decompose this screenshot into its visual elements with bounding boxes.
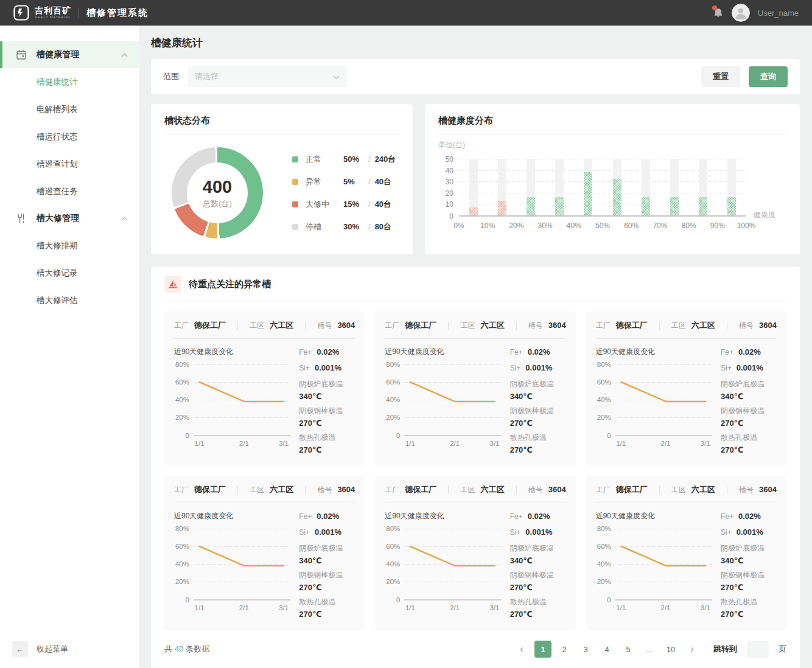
metric-label: 阴极钢棒极温	[299, 406, 355, 416]
metric-value: 270℃	[510, 445, 566, 454]
legend-name: 异常	[306, 176, 343, 187]
gridline: 0	[194, 599, 290, 600]
y-tick-label: 40%	[597, 560, 611, 568]
bar-track	[527, 159, 535, 215]
metrics-column: Fe+0.02%Si+0.001%阴极炉底极温340℃阴极钢棒极温270℃散热孔…	[721, 347, 777, 459]
trend-chart-title: 近90天健康度变化	[596, 347, 717, 357]
abnormal-tank-card: 工厂德保工厂 工区六工区 槽号3604 近90天健康度变化 80%60%40%2…	[164, 476, 365, 630]
tank-number-value: 3604	[548, 485, 566, 494]
legend-percent: 15%	[343, 200, 364, 209]
metric-label: 阴极钢棒极温	[299, 570, 355, 580]
tank-number-value: 3604	[337, 321, 355, 330]
chevron-up-icon	[121, 53, 128, 57]
metric: 阴极炉底极温340℃	[510, 543, 566, 565]
query-button[interactable]: 查询	[749, 66, 788, 87]
bar	[699, 197, 707, 215]
metric-value: 0.02%	[738, 347, 761, 357]
x-axis-ticks: 0%10%20%30%40%50%60%70%80%90%100%	[459, 221, 746, 234]
sidebar-item[interactable]: 槽巡查计划	[0, 150, 139, 178]
divider	[516, 486, 517, 494]
divider	[305, 486, 306, 494]
sidebar-item[interactable]: 槽大修记录	[0, 259, 139, 287]
metric-value: 0.001%	[737, 363, 763, 372]
metric-value: 0.001%	[315, 527, 341, 537]
y-tick-label: 60%	[597, 378, 611, 386]
y-tick-label: 0	[449, 212, 453, 221]
metric-value: 270℃	[510, 419, 566, 428]
page-button[interactable]: 1	[534, 641, 551, 658]
sidebar-item[interactable]: 槽巡查任务	[0, 178, 139, 205]
notification-badge	[712, 5, 717, 10]
legend-item: 异常5%/40台	[292, 176, 396, 187]
main-content: 槽健康统计 范围 请选择 重置 查询 槽状态分布	[151, 26, 800, 668]
bar-track	[699, 159, 707, 215]
x-axis-label: 健康度	[754, 210, 775, 220]
health-panel-title: 槽健康度分布	[438, 115, 786, 127]
prev-page-button[interactable]: ‹	[513, 641, 530, 658]
metric-label: 散热孔极温	[721, 597, 777, 607]
gridline: 0	[615, 435, 712, 436]
x-tick-label: 1/1	[195, 604, 205, 611]
metric-value: 0.02%	[528, 512, 550, 521]
page-button[interactable]: 2	[556, 641, 573, 658]
jump-page-input[interactable]	[747, 641, 769, 658]
metric-label: 阴极钢棒极温	[510, 406, 566, 416]
sidebar-item[interactable]: 电解槽列表	[0, 96, 139, 123]
y-tick-label: 60%	[175, 543, 189, 550]
next-page-button[interactable]: ›	[684, 641, 701, 658]
x-tick-label: 3/1	[279, 604, 289, 611]
sidebar-item[interactable]: 槽大修评估	[0, 287, 139, 314]
x-tick-label: 3/1	[490, 440, 500, 447]
range-select[interactable]: 请选择	[187, 66, 347, 87]
user-name[interactable]: User_name	[758, 9, 799, 18]
status-legend: 正常50%/240台异常5%/40台大修中15%/40台停槽30%/80台	[292, 154, 396, 232]
donut-center: 400 总数(台)	[187, 162, 248, 223]
sidebar-item[interactable]: 槽运行状态	[0, 123, 139, 150]
sidebar-item[interactable]: 槽健康统计	[0, 68, 139, 96]
page-button[interactable]: 10	[662, 641, 679, 658]
bar	[642, 197, 650, 215]
sidebar-item[interactable]: 槽大修排期	[0, 232, 139, 259]
factory-label: 工厂	[385, 485, 399, 495]
metric-label: 散热孔极温	[510, 433, 566, 443]
notification-bell-icon[interactable]	[713, 7, 724, 18]
divider	[516, 322, 517, 330]
jump-to-label: 跳转到	[713, 644, 737, 655]
sidebar-group: 槽健康管理槽健康统计电解槽列表槽运行状态槽巡查计划槽巡查任务	[0, 41, 139, 205]
metric-label: 阴极炉底极温	[299, 379, 355, 389]
metric-value: 270℃	[510, 610, 566, 619]
sidebar-group-header[interactable]: 槽健康管理	[0, 41, 139, 68]
metric-label: 阴极炉底极温	[299, 543, 355, 554]
collapse-menu-label: 收起菜单	[37, 644, 68, 655]
metric-label: 阴极钢棒极温	[721, 406, 777, 416]
reset-button[interactable]: 重置	[701, 66, 740, 87]
metric-label: Si+	[299, 364, 310, 372]
page-button[interactable]: 5	[620, 641, 637, 658]
bar-track	[727, 159, 736, 215]
alert-icon	[164, 276, 181, 293]
status-panel-title: 槽状态分布	[164, 115, 399, 127]
x-tick-label: 2/1	[239, 604, 249, 611]
page-button[interactable]: 4	[598, 641, 615, 658]
sidebar-group: 槽大修管理槽大修排期槽大修记录槽大修评估	[0, 205, 139, 314]
x-tick-label: 3/1	[279, 440, 289, 447]
y-tick-label: 40%	[175, 396, 189, 403]
gridline: 0	[194, 435, 290, 436]
collapse-menu-button[interactable]: ← 收起菜单	[0, 631, 139, 668]
avatar[interactable]	[732, 4, 750, 22]
sidebar-group-header[interactable]: 槽大修管理	[0, 205, 139, 232]
y-tick-label: 0	[186, 596, 189, 604]
y-tick-label: 80%	[175, 525, 189, 532]
bar-track	[670, 159, 679, 215]
chevron-up-icon	[121, 217, 128, 221]
metric-value: 340℃	[721, 556, 777, 565]
metric-value: 0.001%	[525, 527, 552, 537]
x-tick-label: 2/1	[450, 440, 460, 447]
legend-item: 大修中15%/40台	[292, 199, 396, 210]
metric-value: 340℃	[510, 392, 566, 401]
area-label: 工区	[250, 321, 264, 331]
bar-track	[498, 159, 506, 215]
y-tick-label: 0	[186, 432, 189, 439]
page-button[interactable]: 3	[577, 641, 594, 658]
calendar-icon	[16, 49, 27, 60]
